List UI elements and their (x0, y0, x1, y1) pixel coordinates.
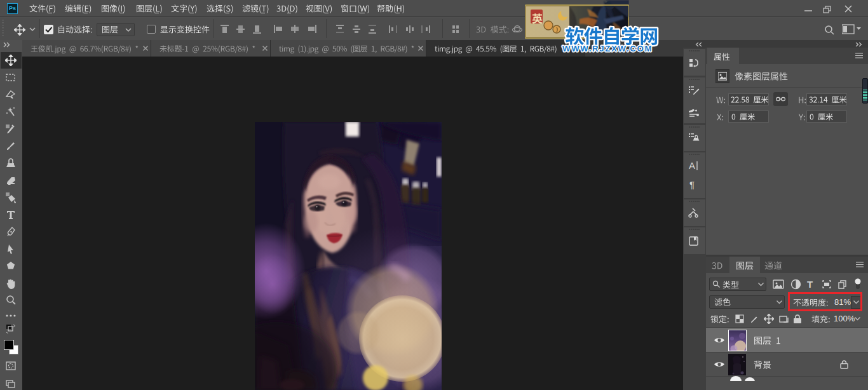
svg-text:A: A (689, 160, 695, 171)
svg-text:T: T (807, 279, 813, 290)
svg-text:WWW.RJZXW.COM: WWW.RJZXW.COM (562, 44, 653, 53)
svg-text:¶: ¶ (689, 179, 695, 190)
